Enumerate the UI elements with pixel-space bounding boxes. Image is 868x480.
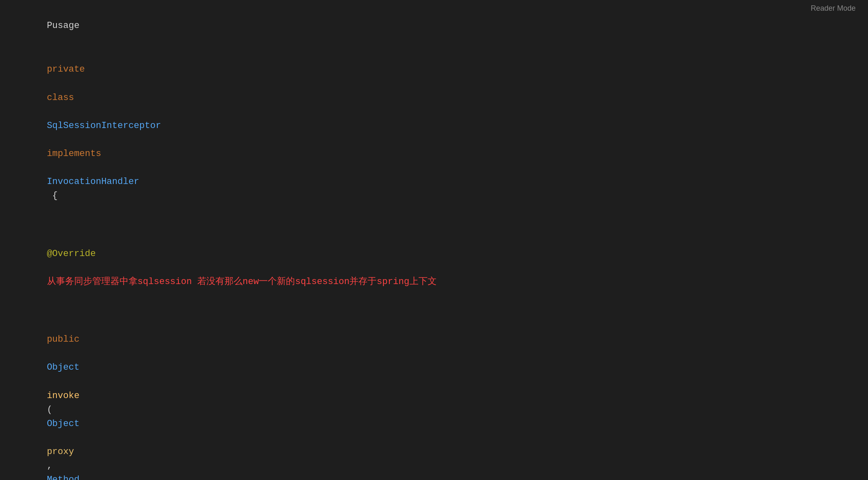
type-name: InvocationHandler xyxy=(47,177,139,187)
code-line: @Override 从事务同步管理器中拿sqlsession 若没有那么new一… xyxy=(0,218,868,304)
type-name: Object xyxy=(47,362,80,373)
code-line: private class SqlSessionInterceptor impl… xyxy=(0,48,868,218)
code-text xyxy=(47,235,58,245)
keyword: implements xyxy=(47,149,101,159)
code-text: ( xyxy=(47,405,52,415)
code-text xyxy=(47,263,91,273)
keyword: private xyxy=(47,64,85,75)
code-text xyxy=(47,135,52,145)
code-text xyxy=(47,163,52,173)
chinese-annotation: 从事务同步管理器中拿sqlsession 若没有那么new一个新的sqlsess… xyxy=(47,277,437,287)
line-content: private class SqlSessionInterceptor impl… xyxy=(0,49,868,217)
code-text xyxy=(47,78,52,89)
code-text xyxy=(47,348,52,359)
code-text xyxy=(47,376,52,387)
code-text xyxy=(47,433,52,443)
param-name: proxy xyxy=(47,447,74,457)
keyword: class xyxy=(47,93,74,103)
line-content: public Object invoke ( Object proxy , Me… xyxy=(0,305,868,480)
code-line: Pusage xyxy=(0,4,868,48)
annotation: @Override xyxy=(47,249,96,259)
line-content: @Override 从事务同步管理器中拿sqlsession 若没有那么new一… xyxy=(0,219,868,303)
code-text: Pusage xyxy=(47,21,80,31)
code-text xyxy=(47,320,58,331)
code-text: , xyxy=(47,461,58,471)
type-name: Object xyxy=(47,419,80,429)
type-name: Method xyxy=(47,475,80,480)
type-name: SqlSessionInterceptor xyxy=(47,121,161,131)
line-content: Pusage xyxy=(0,5,868,47)
function-name: invoke xyxy=(47,391,80,401)
code-text xyxy=(47,107,52,117)
code-line: public Object invoke ( Object proxy , Me… xyxy=(0,304,868,480)
code-text: { xyxy=(47,191,58,201)
keyword: public xyxy=(47,334,80,345)
code-container: Pusage private class SqlSessionIntercept… xyxy=(0,0,868,480)
